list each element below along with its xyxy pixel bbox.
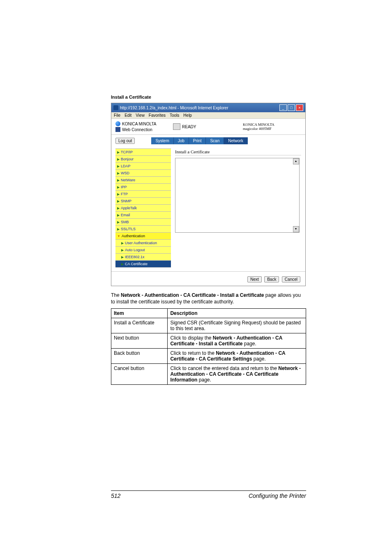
chevron-right-icon: ▶ [121, 248, 124, 252]
scroll-up-icon[interactable]: ▴ [293, 158, 299, 164]
next-button[interactable]: Next [247, 276, 262, 282]
caption-text: The Network - Authentication - CA Certif… [111, 292, 306, 305]
chevron-right-icon: ▶ [117, 192, 120, 196]
close-button[interactable]: × [296, 104, 303, 111]
browser-window: http://192.168.1.2/a_index.html - Micros… [111, 103, 306, 286]
chevron-right-icon: ▶ [117, 199, 120, 203]
sidebar-item-label: SSL/TLS [121, 227, 136, 231]
sidebar-item-ftp[interactable]: ▶FTP [115, 190, 171, 198]
content-pane: Install a Certificate ▴ ▾ [173, 147, 305, 271]
sidebar-item-smb[interactable]: ▶SMB [115, 218, 171, 226]
sidebar-item-email[interactable]: ▶Email [115, 211, 171, 219]
sidebar-item-label: TCP/IP [121, 150, 133, 154]
brand-right-2: magicolor 4695MF [243, 127, 274, 131]
chevron-right-icon: ▶ [117, 150, 120, 154]
chevron-right-icon: ▶ [117, 206, 120, 210]
chevron-right-icon: ▶ [117, 178, 120, 182]
pagescope-label: Web Connection [122, 127, 152, 132]
sidebar-item-tcp-ip[interactable]: ▶TCP/IP [115, 148, 171, 156]
menu-help[interactable]: Help [183, 113, 192, 118]
sidebar-item-label: LDAP [121, 164, 131, 168]
sidebar-item-netware[interactable]: ▶NetWare [115, 176, 171, 184]
chevron-right-icon: ▶ [121, 255, 124, 259]
sidebar-item-ieee802-1x[interactable]: ▶IEEE802.1x [115, 253, 171, 261]
sidebar-item-ssl-tls[interactable]: ▶SSL/TLS [115, 225, 171, 233]
chevron-right-icon: ▶ [117, 227, 120, 231]
sidebar: ▶TCP/IP▶Bonjour▶LDAP▶WSD▶NetWare▶IPP▶FTP… [111, 147, 173, 271]
page-footer: 512 Configuring the Printer [111, 490, 306, 499]
sidebar-item-label: AppleTalk [121, 206, 137, 210]
table-cell-item: Cancel button [111, 364, 168, 385]
sidebar-item-ldap[interactable]: ▶LDAP [115, 162, 171, 170]
table-head-item: Item [111, 309, 168, 318]
tab-system[interactable]: System [151, 137, 173, 144]
table-cell-desc: Click to display the Network - Authentic… [168, 333, 306, 349]
titlebar: http://192.168.1.2/a_index.html - Micros… [111, 103, 305, 112]
page-section: Configuring the Printer [249, 493, 306, 499]
sidebar-item-ca-certificate[interactable]: ▶CA Certificate [115, 260, 171, 268]
tab-network[interactable]: Network [224, 137, 248, 144]
sidebar-item-label: Email [121, 213, 130, 217]
table-row: Back buttonClick to return to the Networ… [111, 349, 306, 364]
logout-button[interactable]: Log out [115, 138, 135, 144]
cancel-button[interactable]: Cancel [282, 276, 300, 282]
sidebar-item-appletalk[interactable]: ▶AppleTalk [115, 204, 171, 212]
table-row: Install a CertificateSigned CSR (Certifi… [111, 318, 306, 333]
app-header: KONICA MINOLTA Web Connection READY KONI… [111, 119, 305, 135]
window-title: http://192.168.1.2/a_index.html - Micros… [120, 106, 228, 110]
certificate-textarea[interactable]: ▴ ▾ [175, 158, 300, 233]
tab-job[interactable]: Job [174, 137, 189, 144]
section-title: Install a Certificate [111, 95, 306, 99]
menubar: File Edit View Favorites Tools Help [111, 112, 305, 119]
back-button[interactable]: Back [264, 276, 279, 282]
menu-tools[interactable]: Tools [170, 113, 179, 118]
km-logo-icon [115, 121, 120, 126]
footer-buttons: Next Back Cancel [111, 271, 305, 286]
menu-file[interactable]: File [114, 113, 120, 118]
sidebar-item-auto-logout[interactable]: ▶Auto Logout [115, 246, 171, 254]
chevron-down-icon: ▼ [117, 234, 120, 238]
sidebar-item-label: IPP [121, 185, 127, 189]
brand-label: KONICA MINOLTA [122, 122, 157, 126]
ie-icon [113, 105, 118, 110]
brand-right-1: KONICA MINOLTA [243, 123, 274, 127]
table-row: Cancel buttonClick to cancel the entered… [111, 364, 306, 385]
sidebar-item-wsd[interactable]: ▶WSD [115, 169, 171, 177]
sidebar-item-label: SMB [121, 220, 129, 224]
sidebar-item-label: Bonjour [121, 157, 134, 161]
table-cell-item: Next button [111, 333, 168, 349]
table-cell-desc: Click to return to the Network - Authent… [168, 349, 306, 364]
sidebar-item-label: CA Certificate [125, 262, 148, 266]
sidebar-item-ipp[interactable]: ▶IPP [115, 183, 171, 191]
menu-favorites[interactable]: Favorites [149, 113, 166, 118]
tab-scan[interactable]: Scan [206, 137, 224, 144]
sidebar-item-label: IEEE802.1x [125, 255, 145, 259]
pagescope-icon [115, 127, 120, 132]
sidebar-item-user-authentication[interactable]: ▶User Authentication [115, 239, 171, 247]
sidebar-item-authentication[interactable]: ▼Authentication [115, 232, 171, 240]
sidebar-item-label: SNMP [121, 199, 131, 203]
sidebar-item-label: User Authentication [125, 241, 157, 245]
menu-view[interactable]: View [136, 113, 145, 118]
table-row: Next buttonClick to display the Network … [111, 333, 306, 349]
minimize-button[interactable]: _ [279, 104, 287, 111]
table-cell-desc: Signed CSR (Certificate Signing Request)… [168, 318, 306, 333]
scroll-down-icon[interactable]: ▾ [293, 226, 299, 232]
description-table: Item Description Install a CertificateSi… [111, 308, 306, 385]
content-title: Install a Certificate [175, 149, 301, 155]
page-number: 512 [111, 493, 120, 499]
sidebar-item-label: NetWare [121, 178, 135, 182]
maximize-button[interactable]: □ [288, 104, 295, 111]
tab-bar: System Job Print Scan Network [151, 137, 248, 144]
printer-icon [173, 123, 180, 130]
table-cell-item: Install a Certificate [111, 318, 168, 333]
table-head-desc: Description [168, 309, 306, 318]
sidebar-item-snmp[interactable]: ▶SNMP [115, 197, 171, 205]
sidebar-item-label: Authentication [122, 234, 145, 238]
chevron-right-icon: ▶ [117, 185, 120, 189]
chevron-right-icon: ▶ [117, 213, 120, 217]
sidebar-item-label: WSD [121, 171, 129, 175]
tab-print[interactable]: Print [189, 137, 206, 144]
menu-edit[interactable]: Edit [125, 113, 131, 118]
sidebar-item-bonjour[interactable]: ▶Bonjour [115, 155, 171, 163]
